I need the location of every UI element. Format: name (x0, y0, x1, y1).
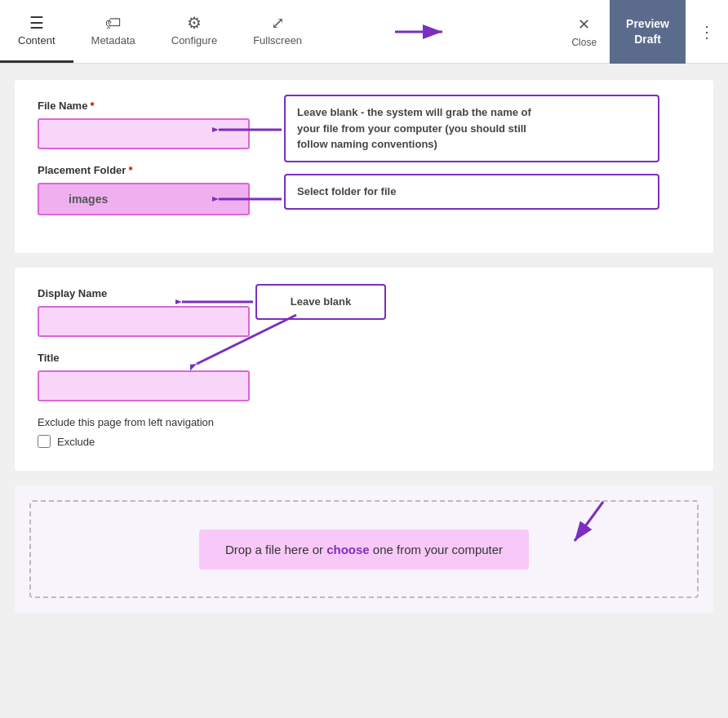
drop-zone-card: Drop a file here or choose one from your… (15, 485, 713, 613)
close-button[interactable]: ✕ Close (558, 7, 610, 56)
tab-metadata-label: Metadata (91, 34, 135, 47)
svg-line-9 (197, 315, 296, 364)
configure-icon: ⚙ (187, 15, 202, 31)
drop-zone-text: Drop a file here or choose one from your… (199, 530, 529, 570)
preview-draft-button[interactable]: Preview Draft (610, 0, 686, 64)
close-icon: ✕ (578, 16, 590, 33)
placement-folder-required: * (128, 164, 132, 176)
annotation-box-folder: Select folder for file (284, 174, 659, 210)
close-label: Close (571, 37, 597, 48)
title-arrow-icon (190, 307, 304, 372)
tab-fullscreen-label: Fullscreen (253, 34, 302, 47)
file-name-annotation: Leave blank - the system will grab the n… (284, 95, 659, 162)
folder-annotation: Select folder for file (284, 174, 659, 210)
svg-line-11 (575, 502, 603, 541)
file-info-card: File Name * Placement Folder * 📁 Leave b… (15, 80, 713, 253)
tab-content-label: Content (18, 34, 55, 47)
close-arrow-icon (387, 16, 452, 48)
metadata-icon: 🏷 (105, 15, 122, 31)
content-icon: ☰ (29, 15, 44, 31)
file-name-required: * (90, 100, 94, 112)
main-content: File Name * Placement Folder * 📁 Leave b… (0, 64, 728, 629)
tab-metadata[interactable]: 🏷 Metadata (73, 0, 153, 63)
folder-arrow-icon (212, 187, 286, 211)
filename-arrow-icon (212, 117, 286, 142)
exclude-checkbox[interactable] (38, 435, 51, 448)
tab-fullscreen[interactable]: ⤢ Fullscreen (235, 0, 320, 63)
exclude-section: Exclude this page from left navigation E… (38, 416, 690, 448)
fullscreen-icon: ⤢ (271, 15, 285, 31)
tab-configure-label: Configure (171, 34, 217, 47)
exclude-checkbox-label[interactable]: Exclude (57, 436, 95, 448)
choose-file-link[interactable]: choose (326, 543, 370, 556)
drop-zone-arrow-icon (550, 494, 615, 551)
more-icon: ⋮ (699, 22, 715, 42)
exclude-nav-label: Exclude this page from left navigation (38, 416, 690, 428)
annotation-box-filename: Leave blank - the system will grab the n… (284, 95, 659, 162)
title-label: Title (38, 352, 690, 364)
more-options-button[interactable]: ⋮ (686, 0, 728, 63)
tab-content[interactable]: ☰ Content (0, 0, 73, 63)
display-info-card: Display Name Title Exclude this page fro… (15, 268, 713, 471)
tab-configure[interactable]: ⚙ Configure (153, 0, 235, 63)
title-input[interactable] (38, 370, 250, 401)
top-navigation: ☰ Content 🏷 Metadata ⚙ Configure ⤢ Fulls… (0, 0, 728, 64)
exclude-checkbox-row: Exclude (38, 435, 690, 448)
drop-zone[interactable]: Drop a file here or choose one from your… (29, 500, 699, 598)
title-group: Title (38, 352, 690, 401)
